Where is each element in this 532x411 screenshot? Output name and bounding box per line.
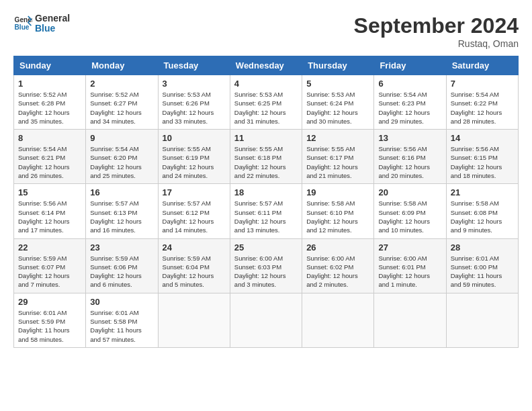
table-row: 5Sunrise: 5:53 AMSunset: 6:24 PMDaylight… bbox=[302, 75, 374, 130]
day-number: 15 bbox=[18, 187, 81, 197]
day-number: 27 bbox=[378, 242, 441, 253]
table-row: 17Sunrise: 5:57 AMSunset: 6:12 PMDayligh… bbox=[158, 184, 230, 238]
day-info: Sunrise: 5:59 AMSunset: 6:06 PMDaylight:… bbox=[90, 254, 153, 289]
day-number: 20 bbox=[378, 187, 441, 197]
day-number: 5 bbox=[306, 79, 369, 89]
day-number: 18 bbox=[234, 187, 298, 197]
day-info: Sunrise: 6:00 AMSunset: 6:01 PMDaylight:… bbox=[378, 254, 441, 289]
logo-text: General Blue bbox=[35, 13, 70, 34]
table-row: 10Sunrise: 5:55 AMSunset: 6:19 PMDayligh… bbox=[158, 130, 230, 184]
day-number: 1 bbox=[18, 79, 81, 89]
calendar-week-1: 1Sunrise: 5:52 AMSunset: 6:28 PMDaylight… bbox=[14, 75, 519, 130]
table-row: 1Sunrise: 5:52 AMSunset: 6:28 PMDaylight… bbox=[14, 75, 86, 130]
day-number: 25 bbox=[234, 242, 298, 253]
day-number: 13 bbox=[378, 133, 441, 143]
day-number: 17 bbox=[163, 187, 226, 197]
calendar-week-4: 22Sunrise: 5:59 AMSunset: 6:07 PMDayligh… bbox=[14, 238, 519, 293]
day-number: 2 bbox=[90, 79, 153, 89]
day-info: Sunrise: 5:53 AMSunset: 6:24 PMDaylight:… bbox=[306, 90, 369, 126]
location: Rustaq, Oman bbox=[354, 38, 519, 49]
day-number: 4 bbox=[234, 79, 298, 89]
table-row: 25Sunrise: 6:00 AMSunset: 6:03 PMDayligh… bbox=[230, 238, 302, 293]
day-info: Sunrise: 5:54 AMSunset: 6:21 PMDaylight:… bbox=[18, 144, 81, 180]
day-number: 14 bbox=[451, 133, 514, 143]
table-row: 8Sunrise: 5:54 AMSunset: 6:21 PMDaylight… bbox=[14, 130, 86, 184]
table-row: 24Sunrise: 5:59 AMSunset: 6:04 PMDayligh… bbox=[158, 238, 230, 293]
day-info: Sunrise: 5:53 AMSunset: 6:25 PMDaylight:… bbox=[234, 90, 298, 126]
table-row: 26Sunrise: 6:00 AMSunset: 6:02 PMDayligh… bbox=[302, 238, 374, 293]
day-info: Sunrise: 5:52 AMSunset: 6:27 PMDaylight:… bbox=[90, 90, 153, 126]
table-row: 2Sunrise: 5:52 AMSunset: 6:27 PMDaylight… bbox=[86, 75, 158, 130]
table-row: 18Sunrise: 5:57 AMSunset: 6:11 PMDayligh… bbox=[230, 184, 302, 238]
col-friday: Friday bbox=[374, 56, 446, 75]
day-info: Sunrise: 6:00 AMSunset: 6:03 PMDaylight:… bbox=[234, 254, 298, 289]
day-number: 16 bbox=[90, 187, 153, 197]
day-number: 23 bbox=[90, 242, 153, 253]
col-saturday: Saturday bbox=[446, 56, 518, 75]
day-info: Sunrise: 5:52 AMSunset: 6:28 PMDaylight:… bbox=[18, 90, 81, 126]
day-info: Sunrise: 5:57 AMSunset: 6:11 PMDaylight:… bbox=[234, 199, 298, 234]
table-row bbox=[302, 293, 374, 347]
table-row: 22Sunrise: 5:59 AMSunset: 6:07 PMDayligh… bbox=[14, 238, 86, 293]
calendar-header-row: Sunday Monday Tuesday Wednesday Thursday… bbox=[14, 56, 519, 75]
table-row: 12Sunrise: 5:55 AMSunset: 6:17 PMDayligh… bbox=[302, 130, 374, 184]
table-row: 15Sunrise: 5:56 AMSunset: 6:14 PMDayligh… bbox=[14, 184, 86, 238]
table-row: 28Sunrise: 6:01 AMSunset: 6:00 PMDayligh… bbox=[446, 238, 518, 293]
table-row: 4Sunrise: 5:53 AMSunset: 6:25 PMDaylight… bbox=[230, 75, 302, 130]
day-number: 21 bbox=[451, 187, 514, 197]
table-row: 30Sunrise: 6:01 AMSunset: 5:58 PMDayligh… bbox=[86, 293, 158, 347]
table-row: 11Sunrise: 5:55 AMSunset: 6:18 PMDayligh… bbox=[230, 130, 302, 184]
day-info: Sunrise: 5:58 AMSunset: 6:10 PMDaylight:… bbox=[306, 199, 369, 234]
logo: General Blue General Blue bbox=[13, 13, 70, 34]
table-row: 7Sunrise: 5:54 AMSunset: 6:22 PMDaylight… bbox=[446, 75, 518, 130]
table-row: 29Sunrise: 6:01 AMSunset: 5:59 PMDayligh… bbox=[14, 293, 86, 347]
table-row bbox=[374, 293, 446, 347]
day-number: 11 bbox=[234, 133, 298, 143]
day-info: Sunrise: 6:00 AMSunset: 6:02 PMDaylight:… bbox=[306, 254, 369, 289]
table-row bbox=[446, 293, 518, 347]
day-number: 8 bbox=[18, 133, 81, 143]
table-row: 6Sunrise: 5:54 AMSunset: 6:23 PMDaylight… bbox=[374, 75, 446, 130]
day-info: Sunrise: 5:58 AMSunset: 6:09 PMDaylight:… bbox=[378, 199, 441, 234]
day-info: Sunrise: 6:01 AMSunset: 5:59 PMDaylight:… bbox=[18, 308, 81, 344]
table-row bbox=[158, 293, 230, 347]
day-info: Sunrise: 5:59 AMSunset: 6:04 PMDaylight:… bbox=[163, 254, 226, 289]
table-row: 13Sunrise: 5:56 AMSunset: 6:16 PMDayligh… bbox=[374, 130, 446, 184]
col-tuesday: Tuesday bbox=[158, 56, 230, 75]
day-number: 10 bbox=[163, 133, 226, 143]
day-number: 12 bbox=[306, 133, 369, 143]
day-number: 24 bbox=[163, 242, 226, 253]
table-row: 16Sunrise: 5:57 AMSunset: 6:13 PMDayligh… bbox=[86, 184, 158, 238]
day-number: 22 bbox=[18, 242, 81, 253]
day-info: Sunrise: 5:56 AMSunset: 6:15 PMDaylight:… bbox=[451, 144, 514, 180]
col-monday: Monday bbox=[86, 56, 158, 75]
table-row: 27Sunrise: 6:00 AMSunset: 6:01 PMDayligh… bbox=[374, 238, 446, 293]
day-number: 9 bbox=[90, 133, 153, 143]
table-row bbox=[230, 293, 302, 347]
day-info: Sunrise: 5:59 AMSunset: 6:07 PMDaylight:… bbox=[18, 254, 81, 289]
table-row: 9Sunrise: 5:54 AMSunset: 6:20 PMDaylight… bbox=[86, 130, 158, 184]
day-number: 3 bbox=[163, 79, 226, 89]
day-info: Sunrise: 6:01 AMSunset: 6:00 PMDaylight:… bbox=[451, 254, 514, 289]
col-sunday: Sunday bbox=[14, 56, 86, 75]
table-row: 14Sunrise: 5:56 AMSunset: 6:15 PMDayligh… bbox=[446, 130, 518, 184]
logo-icon: General Blue bbox=[13, 14, 32, 33]
day-number: 28 bbox=[451, 242, 514, 253]
svg-text:Blue: Blue bbox=[15, 24, 30, 32]
day-info: Sunrise: 5:55 AMSunset: 6:17 PMDaylight:… bbox=[306, 144, 369, 180]
calendar-week-5: 29Sunrise: 6:01 AMSunset: 5:59 PMDayligh… bbox=[14, 293, 519, 347]
day-number: 7 bbox=[451, 79, 514, 89]
day-info: Sunrise: 5:58 AMSunset: 6:08 PMDaylight:… bbox=[451, 199, 514, 234]
table-row: 23Sunrise: 5:59 AMSunset: 6:06 PMDayligh… bbox=[86, 238, 158, 293]
table-row: 21Sunrise: 5:58 AMSunset: 6:08 PMDayligh… bbox=[446, 184, 518, 238]
col-thursday: Thursday bbox=[302, 56, 374, 75]
day-info: Sunrise: 5:57 AMSunset: 6:12 PMDaylight:… bbox=[163, 199, 226, 234]
table-row: 3Sunrise: 5:53 AMSunset: 6:26 PMDaylight… bbox=[158, 75, 230, 130]
header: General Blue General Blue September 2024… bbox=[13, 13, 519, 49]
day-number: 6 bbox=[378, 79, 441, 89]
day-info: Sunrise: 5:57 AMSunset: 6:13 PMDaylight:… bbox=[90, 199, 153, 234]
title-area: September 2024 Rustaq, Oman bbox=[354, 13, 519, 49]
day-info: Sunrise: 5:56 AMSunset: 6:14 PMDaylight:… bbox=[18, 199, 81, 234]
calendar-table: Sunday Monday Tuesday Wednesday Thursday… bbox=[13, 56, 519, 348]
day-info: Sunrise: 5:55 AMSunset: 6:19 PMDaylight:… bbox=[163, 144, 226, 180]
